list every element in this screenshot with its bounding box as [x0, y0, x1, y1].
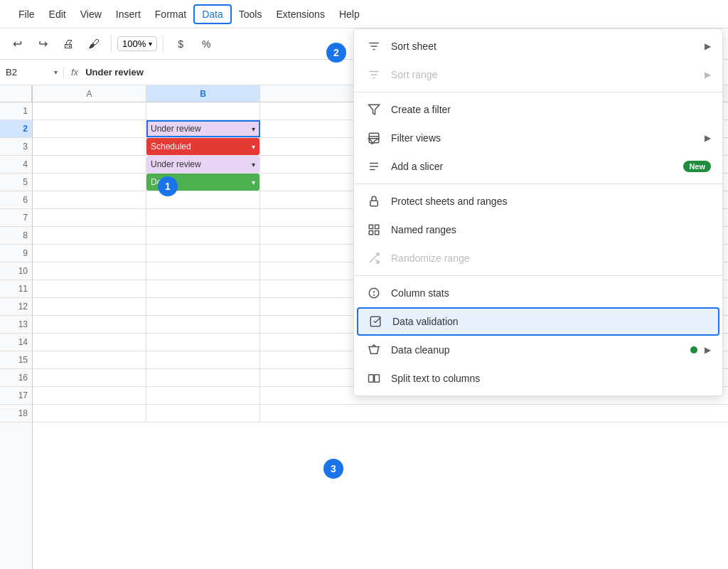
submenu-arrow-icon: ▶	[705, 70, 711, 80]
cell-A5[interactable]	[33, 174, 146, 191]
cell-B8[interactable]	[146, 227, 260, 244]
filter-icon	[365, 103, 382, 116]
divider	[111, 36, 112, 53]
cell-B17[interactable]	[146, 387, 260, 404]
menu-insert[interactable]: Insert	[109, 6, 148, 23]
status-label: Under review	[151, 124, 201, 134]
sort-sheet-icon	[365, 40, 382, 53]
menu-item-named-ranges[interactable]: Named ranges	[354, 216, 722, 244]
cell-A1[interactable]	[33, 102, 146, 119]
menu-item-data-cleanup[interactable]: Data cleanup ▶	[354, 336, 722, 364]
print-button[interactable]: 🖨	[57, 33, 80, 55]
cell-A10[interactable]	[33, 262, 146, 280]
cell-A17[interactable]	[33, 387, 146, 404]
cell-B10[interactable]	[146, 262, 260, 280]
menu-item-randomize[interactable]: Randomize range	[354, 244, 722, 272]
new-badge: New	[683, 161, 711, 172]
cell-B14[interactable]	[146, 334, 260, 351]
dropdown-arrow-icon[interactable]: ▾	[252, 179, 255, 186]
cell-A2[interactable]	[33, 120, 146, 137]
cell-A11[interactable]	[33, 280, 146, 297]
menu-divider-3	[354, 275, 722, 276]
status-cell-under-review[interactable]: Under review ▾	[146, 120, 259, 137]
currency-button[interactable]: $	[169, 33, 192, 55]
redo-button[interactable]: ↪	[31, 33, 54, 55]
menu-item-split-text[interactable]: Split text to columns	[354, 364, 722, 393]
menu-item-add-slicer[interactable]: Add a slicer New	[354, 152, 722, 181]
cell-B9[interactable]	[146, 245, 260, 262]
row-header-6: 6	[0, 191, 32, 209]
menu-divider-2	[354, 184, 722, 184]
cell-A3[interactable]	[33, 138, 146, 155]
cell-A13[interactable]	[33, 316, 146, 333]
dropdown-arrow-icon[interactable]: ▾	[252, 161, 255, 169]
svg-rect-23	[370, 317, 380, 326]
status-label: Scheduled	[151, 142, 191, 151]
menu-item-protect-sheets[interactable]: Protect sheets and ranges	[354, 187, 722, 216]
divider2	[163, 36, 164, 53]
dropdown-arrow-icon[interactable]: ▾	[252, 143, 255, 151]
menu-data[interactable]: Data	[193, 4, 232, 24]
cell-A6[interactable]	[33, 191, 146, 208]
menu-format[interactable]: Format	[148, 6, 193, 23]
cell-ref-arrow-icon[interactable]: ▾	[54, 68, 58, 76]
menu-file[interactable]: File	[11, 6, 42, 23]
menu-item-filter-views[interactable]: Filter views ▶	[354, 124, 722, 152]
menu-extensions[interactable]: Extensions	[269, 6, 331, 23]
cell-A14[interactable]	[33, 334, 146, 351]
cell-A4[interactable]	[33, 156, 146, 173]
badge-label: 3	[331, 463, 336, 474]
paint-format-button[interactable]: 🖌	[82, 33, 105, 55]
cell-B16[interactable]	[146, 369, 260, 386]
svg-rect-17	[375, 231, 379, 235]
cell-reference[interactable]: B2 ▾	[0, 67, 64, 78]
status-cell-under-review-2[interactable]: Under review ▾	[146, 156, 259, 173]
status-label: Under review	[151, 159, 201, 169]
cell-B1[interactable]	[146, 102, 260, 119]
cell-A15[interactable]	[33, 351, 146, 368]
cell-B15[interactable]	[146, 351, 260, 368]
dropdown-arrow-icon[interactable]: ▾	[252, 125, 255, 133]
validation-icon	[367, 315, 384, 328]
menu-item-sort-sheet[interactable]: Sort sheet ▶	[354, 32, 722, 60]
cell-B12[interactable]	[146, 298, 260, 315]
cell-A8[interactable]	[33, 227, 146, 244]
menu-label: Filter views	[391, 132, 441, 144]
menu-label: Create a filter	[391, 104, 451, 115]
randomize-icon	[365, 252, 382, 265]
menu-item-sort-range[interactable]: Sort range ▶	[354, 60, 722, 89]
cell-B2[interactable]: Under review ▾	[146, 120, 260, 137]
col-header-A[interactable]: A	[33, 85, 146, 102]
menu-item-column-stats[interactable]: Column stats	[354, 279, 722, 307]
cleanup-indicators: ▶	[690, 345, 711, 355]
col-header-B[interactable]: B	[146, 85, 260, 102]
menu-item-data-validation[interactable]: Data validation	[357, 307, 719, 336]
percent-button[interactable]: %	[195, 33, 218, 55]
row-header-9: 9	[0, 245, 32, 262]
cell-B7[interactable]	[146, 209, 260, 226]
submenu-arrow-icon: ▶	[705, 133, 711, 143]
badge-label: 1	[165, 181, 171, 192]
cell-ref-value: B2	[6, 67, 17, 78]
cell-B13[interactable]	[146, 316, 260, 333]
menu-item-create-filter[interactable]: Create a filter	[354, 95, 722, 124]
menu-tools[interactable]: Tools	[232, 6, 269, 23]
cell-B11[interactable]	[146, 280, 260, 297]
menu-help[interactable]: Help	[332, 6, 367, 23]
undo-button[interactable]: ↩	[6, 33, 28, 55]
cell-A16[interactable]	[33, 369, 146, 386]
zoom-selector[interactable]: 100% ▾	[117, 36, 157, 51]
cell-B4[interactable]: Under review ▾	[146, 156, 260, 173]
cell-A12[interactable]	[33, 298, 146, 315]
menu-label: Add a slicer	[391, 161, 443, 172]
menu-edit[interactable]: Edit	[42, 6, 73, 23]
cell-A9[interactable]	[33, 245, 146, 262]
cell-A18[interactable]	[33, 405, 146, 422]
cell-A7[interactable]	[33, 209, 146, 226]
cell-B3[interactable]: Scheduled ▾	[146, 138, 260, 155]
cell-B18[interactable]	[146, 405, 260, 422]
menu-label: Data validation	[392, 316, 459, 327]
row-header-10: 10	[0, 262, 32, 280]
menu-view[interactable]: View	[73, 6, 109, 23]
status-cell-scheduled[interactable]: Scheduled ▾	[146, 138, 259, 155]
